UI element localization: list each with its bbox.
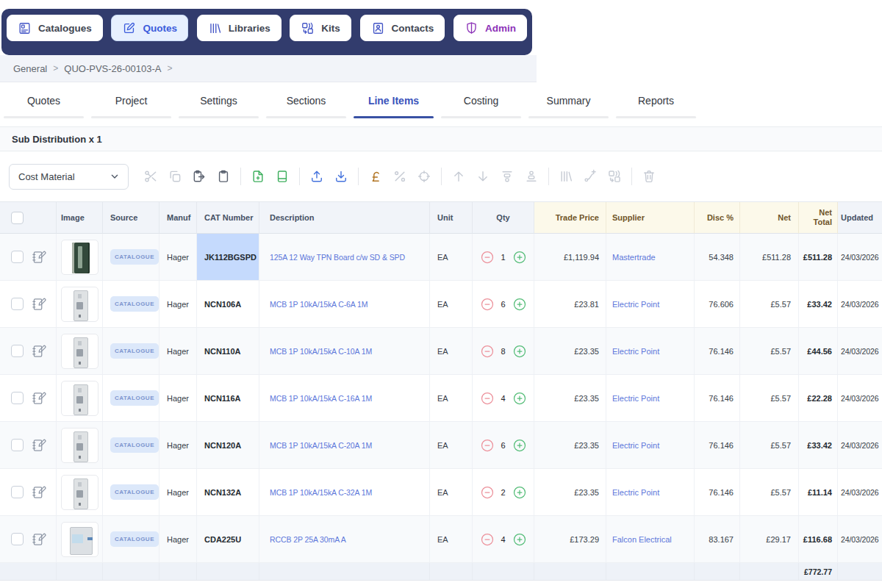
row-checkbox[interactable] (11, 439, 24, 451)
qty-decrease-button[interactable] (480, 250, 495, 265)
row-checkbox[interactable] (11, 298, 24, 310)
tab-reports[interactable]: Reports (612, 82, 700, 119)
col-header-qty[interactable]: Qty (473, 202, 534, 234)
description-link[interactable]: RCCB 2P 25A 30mA A (270, 535, 346, 544)
qty-increase-button[interactable] (512, 532, 527, 547)
cell-cat: JK112BGSPD (197, 234, 259, 280)
download-icon[interactable] (334, 169, 348, 184)
breadcrumb-item-quote[interactable]: QUO-PVS-26-00103-A (64, 63, 161, 74)
cost-filter-select[interactable]: Cost Material (9, 164, 129, 190)
qty-increase-button[interactable] (512, 344, 527, 359)
edit-line-icon[interactable] (32, 250, 46, 265)
nav-quotes-button[interactable]: Quotes (111, 15, 188, 41)
description-link[interactable]: MCB 1P 10kA/15kA C-20A 1M (270, 441, 372, 450)
col-header-source[interactable]: Source (103, 202, 159, 234)
qty-increase-button[interactable] (512, 438, 527, 453)
tab-sections[interactable]: Sections (262, 82, 350, 119)
col-header-net_total[interactable]: Net Total (799, 202, 838, 234)
qty-decrease-button[interactable] (480, 438, 495, 453)
nav-contacts-button[interactable]: Contacts (360, 15, 445, 41)
row-checkbox[interactable] (11, 345, 24, 357)
nav-catalogues-button[interactable]: Catalogues (7, 15, 103, 41)
move-up-icon[interactable] (451, 169, 466, 184)
qty-decrease-button[interactable] (480, 532, 495, 547)
supplier-link[interactable]: Electric Point (612, 347, 659, 356)
tab-costing[interactable]: Costing (437, 82, 525, 119)
supplier-link[interactable]: Electric Point (612, 488, 659, 497)
tab-summary[interactable]: Summary (525, 82, 612, 119)
edit-line-icon[interactable] (32, 485, 46, 500)
edit-line-icon[interactable] (32, 391, 46, 406)
col-header-manuf[interactable]: Manuf (159, 202, 197, 234)
insert-item-icon[interactable] (275, 169, 290, 184)
col-header-supplier[interactable]: Supplier (606, 202, 695, 234)
description-link[interactable]: 125A 12 Way TPN Board c/w SD & SPD (270, 253, 405, 262)
row-checkbox[interactable] (11, 533, 24, 545)
col-header-desc[interactable]: Description (259, 202, 430, 234)
qty-increase-button[interactable] (512, 297, 527, 312)
nav-kits-button[interactable]: Kits (290, 15, 351, 41)
nav-libraries-button[interactable]: Libraries (197, 15, 282, 41)
cat-number[interactable]: NCN132A (204, 488, 241, 497)
col-header-cat[interactable]: CAT Number (197, 202, 259, 234)
qty-decrease-button[interactable] (480, 485, 495, 500)
col-header-trade[interactable]: Trade Price (534, 202, 606, 234)
qty-increase-button[interactable] (512, 485, 527, 500)
kits-icon[interactable] (607, 169, 622, 184)
tab-line-items[interactable]: Line Items (350, 82, 437, 119)
qty-decrease-button[interactable] (480, 391, 495, 406)
select-all-checkbox[interactable] (11, 212, 24, 224)
move-bottom-icon[interactable] (524, 169, 539, 184)
libraries-icon[interactable] (559, 169, 573, 184)
split-icon[interactable] (583, 169, 598, 184)
upload-icon[interactable] (309, 169, 324, 184)
col-header-net[interactable]: Net (740, 202, 799, 234)
paste-icon[interactable] (216, 169, 231, 184)
edit-line-icon[interactable] (32, 532, 46, 547)
percent-icon[interactable] (392, 169, 407, 184)
tab-quotes[interactable]: Quotes (0, 82, 87, 119)
nav-admin-button[interactable]: Admin (453, 15, 527, 41)
description-link[interactable]: MCB 1P 10kA/15kA C-6A 1M (270, 300, 368, 309)
move-top-icon[interactable] (500, 169, 514, 184)
move-down-icon[interactable] (476, 169, 490, 184)
supplier-link[interactable]: Mastertrade (612, 253, 656, 262)
row-checkbox[interactable] (11, 392, 24, 404)
qty-increase-button[interactable] (512, 391, 527, 406)
cat-number[interactable]: JK112BGSPD (204, 253, 257, 262)
copy-icon[interactable] (168, 169, 182, 184)
paste-export-icon[interactable] (192, 169, 207, 184)
trash-icon[interactable] (642, 169, 656, 184)
add-file-icon[interactable] (251, 169, 265, 184)
cat-number[interactable]: NCN120A (204, 441, 241, 450)
col-header-unit[interactable]: Unit (430, 202, 473, 234)
qty-decrease-button[interactable] (480, 297, 495, 312)
edit-line-icon[interactable] (32, 344, 46, 359)
supplier-link[interactable]: Falcon Electrical (612, 535, 672, 544)
description-link[interactable]: MCB 1P 10kA/15kA C-32A 1M (270, 488, 372, 497)
currency-pound-icon[interactable] (368, 169, 383, 184)
edit-line-icon[interactable] (32, 438, 46, 453)
cat-number[interactable]: CDA225U (204, 535, 241, 544)
edit-line-icon[interactable] (32, 297, 46, 312)
description-link[interactable]: MCB 1P 10kA/15kA C-16A 1M (270, 394, 372, 403)
col-header-updated[interactable]: Updated (838, 202, 882, 234)
cat-number[interactable]: NCN106A (204, 300, 241, 309)
qty-increase-button[interactable] (512, 250, 527, 265)
supplier-link[interactable]: Electric Point (612, 394, 659, 403)
col-header-disc[interactable]: Disc % (695, 202, 740, 234)
breadcrumb-item-general[interactable]: General (13, 63, 47, 74)
qty-decrease-button[interactable] (480, 344, 495, 359)
cat-number[interactable]: NCN110A (204, 347, 241, 356)
crosshair-icon[interactable] (417, 169, 431, 184)
cat-number[interactable]: NCN116A (204, 394, 241, 403)
tab-project[interactable]: Project (87, 82, 175, 119)
description-link[interactable]: MCB 1P 10kA/15kA C-10A 1M (270, 347, 372, 356)
row-checkbox[interactable] (11, 251, 24, 263)
cut-icon[interactable] (143, 169, 158, 184)
row-checkbox[interactable] (11, 486, 24, 498)
col-header-image[interactable]: Image (57, 202, 103, 234)
supplier-link[interactable]: Electric Point (612, 441, 659, 450)
tab-settings[interactable]: Settings (175, 82, 262, 119)
supplier-link[interactable]: Electric Point (612, 300, 659, 309)
